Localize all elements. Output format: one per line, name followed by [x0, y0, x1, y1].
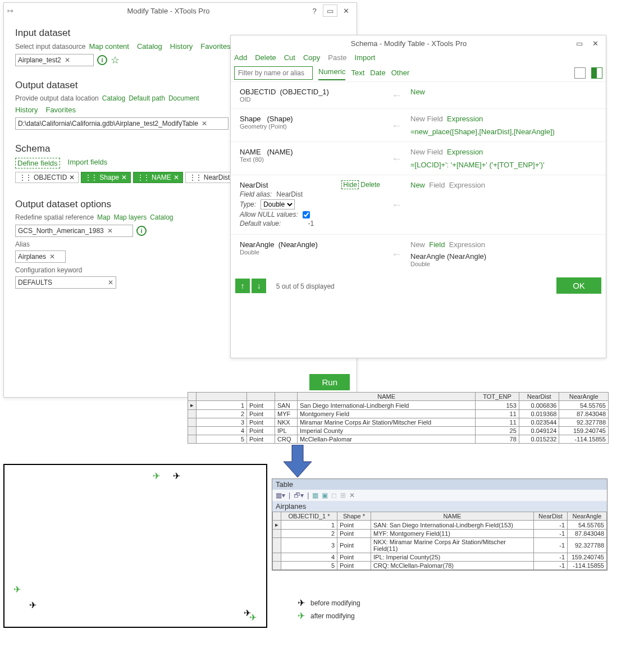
top-data-table: NAMETOT_ENPNearDistNearAngle ▸1PointSANS…	[188, 392, 609, 444]
toolbar-icon: ◻	[331, 491, 337, 499]
close-icon[interactable]: ✕	[588, 37, 602, 49]
arrow-left-icon: ←	[391, 119, 410, 132]
pane-title: Table	[272, 479, 607, 490]
link-favorites-out[interactable]: Favorites	[45, 106, 75, 114]
link-catalog[interactable]: Catalog	[137, 42, 162, 51]
arrow-left-icon: ←	[391, 89, 410, 102]
tab-date[interactable]: Date	[370, 66, 385, 79]
output-path-box[interactable]: D:\data\California\California.gdb\Airpla…	[15, 117, 229, 130]
displayed-count: 5 out of 5 displayed	[276, 282, 335, 290]
titlebar-modify: ↦ Modify Table - XTools Pro ? ▭ ✕	[4, 3, 357, 19]
tab-other[interactable]: Other	[391, 66, 410, 79]
close-icon[interactable]: ✕	[339, 4, 353, 17]
field-row-shape[interactable]: Shape (Shape) Geometry (Point) ← New Fie…	[231, 109, 606, 142]
list-view-icon[interactable]	[574, 67, 586, 79]
plane-icon: ✈	[298, 610, 305, 621]
link-default-path[interactable]: Default path	[129, 94, 165, 102]
arrow-left-icon: ←	[391, 248, 410, 261]
chip-name[interactable]: ⋮⋮NAME✕	[133, 172, 183, 183]
toolbar-close-icon[interactable]: ✕	[349, 491, 355, 499]
chip-objectid[interactable]: ⋮⋮OBJECTID✕	[15, 172, 79, 183]
help-icon[interactable]: ?	[307, 4, 322, 17]
down-arrow-icon	[281, 445, 314, 478]
minimize-icon[interactable]: ▭	[323, 4, 337, 17]
schema-window-title: Schema - Modify Table - XTools Pro	[245, 39, 572, 48]
tab-numeric[interactable]: Numeric	[318, 65, 345, 80]
star-icon[interactable]: ☆	[111, 54, 120, 66]
menu-delete[interactable]: Delete	[255, 53, 276, 62]
link-map[interactable]: Map	[97, 213, 110, 221]
toolbar-icon[interactable]: ▦	[312, 491, 318, 499]
null-checkbox[interactable]	[303, 211, 310, 218]
bottom-data-table: OBJECTID_1 *Shape *NAMENearDistNearAngle…	[272, 512, 607, 570]
link-map-layers[interactable]: Map layers	[113, 213, 147, 221]
hide-button[interactable]: Hide	[341, 180, 359, 189]
toolbar-icon: ⊞	[340, 491, 346, 499]
delete-button[interactable]: Delete	[360, 181, 380, 189]
plane-icon: ✈	[173, 471, 180, 481]
info-icon[interactable]: i	[136, 226, 147, 236]
toolbar-icon[interactable]: ▣	[322, 491, 328, 499]
window-title: Modify Table - XTools Pro	[30, 7, 307, 15]
output-label: Provide output data location	[15, 94, 99, 102]
bottom-table-pane: Table ▦▾| 🗗▾| ▦ ▣ ◻ ⊞ ✕ Airplanes OBJECT…	[272, 478, 608, 571]
field-row-objectid[interactable]: OBJECTID (OBJECTID_1) OID ← New	[231, 82, 606, 109]
plane-icon: ✈	[29, 600, 36, 610]
link-catalog-out[interactable]: Catalog	[102, 94, 125, 102]
legend: ✈before modifying ✈after modifying	[298, 595, 360, 623]
alias-box[interactable]: Airplanes ✕	[15, 250, 66, 263]
move-up-button[interactable]: ↑	[235, 279, 250, 293]
plane-icon: ✈	[153, 471, 160, 481]
svg-marker-0	[284, 445, 312, 477]
plane-icon: ✈	[298, 598, 305, 608]
plane-icon: ✈	[249, 612, 257, 623]
menu-import[interactable]: Import	[355, 53, 376, 62]
clear-icon[interactable]: ✕	[108, 279, 113, 286]
info-icon[interactable]: i	[97, 55, 107, 65]
field-row-nearangle[interactable]: NearAngle (NearAngle) Double ← New Field…	[231, 235, 606, 273]
link-history-out[interactable]: History	[15, 106, 38, 114]
filter-input[interactable]	[234, 66, 313, 80]
schema-window: Schema - Modify Table - XTools Pro ▭ ✕ A…	[230, 35, 606, 358]
minimize-icon[interactable]: ▭	[572, 37, 587, 49]
menu-cut[interactable]: Cut	[284, 53, 295, 62]
move-down-button[interactable]: ↓	[252, 279, 266, 293]
link-catalog-sr[interactable]: Catalog	[150, 213, 173, 221]
type-select[interactable]: Double	[261, 199, 295, 209]
clear-icon[interactable]: ✕	[202, 120, 207, 127]
field-row-neardist[interactable]: NearDist Hide Delete Field alias:NearDis…	[231, 175, 606, 235]
ok-button[interactable]: OK	[556, 277, 601, 294]
pane-subtitle: Airplanes	[272, 501, 607, 512]
map-preview: ✈ ✈ ✈ ✈ ✈ ✈	[3, 464, 267, 628]
link-history[interactable]: History	[170, 42, 193, 51]
config-box[interactable]: DEFAULTS ✕	[15, 276, 116, 289]
menu-paste: Paste	[328, 53, 346, 62]
toolbar-icon[interactable]: 🗗▾	[294, 491, 304, 499]
table-toolbar: ▦▾| 🗗▾| ▦ ▣ ◻ ⊞ ✕	[272, 490, 607, 501]
field-row-name[interactable]: NAME (NAME) Text (80) ← New Field Expres…	[231, 142, 606, 175]
clear-icon[interactable]: ✕	[107, 227, 113, 235]
link-favorites[interactable]: Favorites	[200, 42, 230, 51]
input-datasource-box[interactable]: Airplane_test2 ✕	[15, 54, 94, 66]
arrow-left-icon: ←	[391, 198, 410, 211]
titlebar-schema: Schema - Modify Table - XTools Pro ▭ ✕	[231, 35, 606, 51]
menu-copy[interactable]: Copy	[303, 53, 320, 62]
link-document[interactable]: Document	[168, 94, 199, 102]
plane-icon: ✈	[13, 584, 21, 595]
arrow-left-icon: ←	[391, 152, 410, 165]
run-button[interactable]: Run	[309, 374, 350, 390]
menu-add[interactable]: Add	[234, 53, 247, 62]
define-fields-link[interactable]: Define fields	[15, 158, 60, 168]
input-label: Select input datasource	[15, 43, 85, 51]
clear-icon[interactable]: ✕	[49, 253, 55, 261]
link-map-content[interactable]: Map content	[89, 42, 129, 51]
toolbar-icon[interactable]: ▦▾	[276, 491, 285, 499]
tab-text[interactable]: Text	[351, 66, 364, 79]
import-fields-link[interactable]: Import fields	[68, 158, 108, 168]
clear-icon[interactable]: ✕	[65, 56, 70, 64]
spatial-label: Redefine spatial reference	[15, 213, 94, 221]
chip-shape[interactable]: ⋮⋮Shape✕	[81, 172, 131, 183]
detail-view-icon[interactable]	[591, 67, 602, 79]
spatial-ref-box[interactable]: GCS_North_American_1983 ✕	[15, 225, 133, 237]
